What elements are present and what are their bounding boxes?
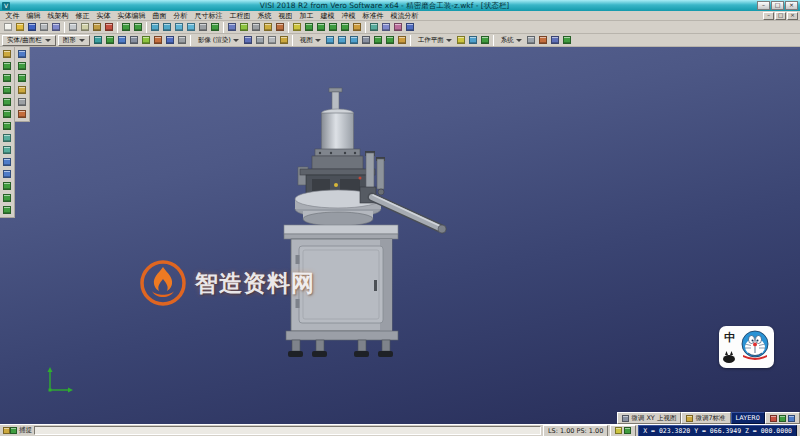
menu-item[interactable]: 视图	[275, 11, 296, 21]
extrude-tool-icon[interactable]	[16, 48, 28, 60]
profile-icon[interactable]	[104, 34, 116, 46]
zoom-in-icon[interactable]	[173, 21, 185, 33]
menu-item[interactable]: 模流分析	[387, 11, 422, 21]
paste-icon[interactable]	[91, 21, 103, 33]
ucs-icon[interactable]	[380, 21, 392, 33]
zoom-extents-icon[interactable]	[161, 21, 173, 33]
hidden-line-icon[interactable]	[250, 21, 262, 33]
snap-mode-indicator[interactable]: 微调7标准	[681, 412, 730, 424]
line-icon[interactable]	[315, 21, 327, 33]
render-material-icon[interactable]	[278, 34, 290, 46]
close-button[interactable]: ×	[785, 1, 798, 10]
pan-icon[interactable]	[197, 21, 209, 33]
menu-item[interactable]: 线架构	[44, 11, 72, 21]
circle-icon[interactable]	[339, 21, 351, 33]
shaded-view-icon[interactable]	[226, 21, 238, 33]
mdi-close-button[interactable]: ×	[787, 12, 798, 20]
view-side-icon[interactable]	[348, 34, 360, 46]
view-fit-icon[interactable]	[396, 34, 408, 46]
calculator-icon[interactable]	[549, 34, 561, 46]
lock-icon[interactable]	[615, 427, 622, 434]
macro-icon[interactable]	[561, 34, 573, 46]
hole-tool-icon[interactable]	[16, 108, 28, 120]
tab-graphics[interactable]: 图形	[58, 35, 90, 46]
fillet-tool-icon[interactable]	[1, 132, 13, 144]
zoom-window-icon[interactable]	[149, 21, 161, 33]
layers-icon[interactable]	[262, 21, 274, 33]
menu-item[interactable]: 标准件	[359, 11, 387, 21]
boolean-tool-icon[interactable]	[16, 84, 28, 96]
menu-item[interactable]: 建模	[317, 11, 338, 21]
sweep-tool-icon[interactable]	[16, 72, 28, 84]
attributes-icon[interactable]	[274, 21, 286, 33]
offset-tool-icon[interactable]	[1, 168, 13, 180]
tab-solid-surface-bar[interactable]: 实体/曲面栏	[2, 35, 56, 46]
save-icon[interactable]	[26, 21, 38, 33]
menu-item[interactable]: 系统	[254, 11, 275, 21]
new-file-icon[interactable]	[2, 21, 14, 33]
selection-icon[interactable]	[351, 21, 363, 33]
filter-icon[interactable]	[368, 21, 380, 33]
revolve-tool-icon[interactable]	[16, 60, 28, 72]
mesh-icon[interactable]	[140, 34, 152, 46]
workplane-align-icon[interactable]	[467, 34, 479, 46]
select-tool-icon[interactable]	[1, 48, 13, 60]
grid-toggle-icon[interactable]	[779, 415, 786, 422]
menu-item[interactable]: 文件	[2, 11, 23, 21]
wireframe-view-icon[interactable]	[238, 21, 250, 33]
mask-icon[interactable]	[92, 34, 104, 46]
section-icon[interactable]	[152, 34, 164, 46]
material-icon[interactable]	[392, 21, 404, 33]
zoom-out-icon[interactable]	[185, 21, 197, 33]
render-mode-toggle-icon[interactable]	[770, 415, 777, 422]
workplane-xy-icon[interactable]	[455, 34, 467, 46]
cut-icon[interactable]	[67, 21, 79, 33]
arc-tool-icon[interactable]	[1, 96, 13, 108]
view-mode-indicator[interactable]: 微调 XY 上视图	[617, 412, 681, 424]
view-previous-icon[interactable]	[372, 34, 384, 46]
print-icon[interactable]	[38, 21, 50, 33]
workplane-3point-icon[interactable]	[479, 34, 491, 46]
view-top-icon[interactable]	[324, 34, 336, 46]
info-icon[interactable]	[164, 34, 176, 46]
menu-item[interactable]: 编辑	[23, 11, 44, 21]
grid-icon[interactable]	[525, 34, 537, 46]
view-rotate-icon[interactable]	[384, 34, 396, 46]
measure-icon[interactable]	[291, 21, 303, 33]
copy-icon[interactable]	[79, 21, 91, 33]
menu-item[interactable]: 曲面	[149, 11, 170, 21]
rotate-view-icon[interactable]	[209, 21, 221, 33]
options-icon[interactable]	[176, 34, 188, 46]
menu-item[interactable]: 分析	[170, 11, 191, 21]
render-wireframe-icon[interactable]	[254, 34, 266, 46]
mdi-restore-button[interactable]: □	[775, 12, 786, 20]
help-icon[interactable]	[404, 21, 416, 33]
maximize-button[interactable]: □	[771, 1, 784, 10]
minimize-button[interactable]: –	[757, 1, 770, 10]
layer-indicator[interactable]: LAYER0	[731, 412, 765, 424]
ortho-toggle-icon[interactable]	[788, 415, 795, 422]
undo-icon[interactable]	[120, 21, 132, 33]
menu-item[interactable]: 修正	[72, 11, 93, 21]
chamfer-tool-icon[interactable]	[1, 144, 13, 156]
view-front-icon[interactable]	[336, 34, 348, 46]
point-icon[interactable]	[303, 21, 315, 33]
line-tool-icon[interactable]	[1, 72, 13, 84]
rotate-tool-icon[interactable]	[1, 204, 13, 216]
render-hidden-icon[interactable]	[266, 34, 278, 46]
snap-icon[interactable]	[537, 34, 549, 46]
point-tool-icon[interactable]	[1, 60, 13, 72]
render-shaded-icon[interactable]	[242, 34, 254, 46]
menu-item[interactable]: 实体编辑	[114, 11, 149, 21]
plot-icon[interactable]	[50, 21, 62, 33]
menu-item[interactable]: 加工	[296, 11, 317, 21]
mdi-minimize-button[interactable]: –	[763, 12, 774, 20]
rectangle-tool-icon[interactable]	[1, 120, 13, 132]
surface-icon[interactable]	[116, 34, 128, 46]
menu-item[interactable]: 尺寸标注	[191, 11, 226, 21]
redo-icon[interactable]	[132, 21, 144, 33]
polyline-tool-icon[interactable]	[1, 84, 13, 96]
open-folder-icon[interactable]	[14, 21, 26, 33]
command-input[interactable]	[34, 426, 541, 435]
target-icon[interactable]	[624, 427, 631, 434]
